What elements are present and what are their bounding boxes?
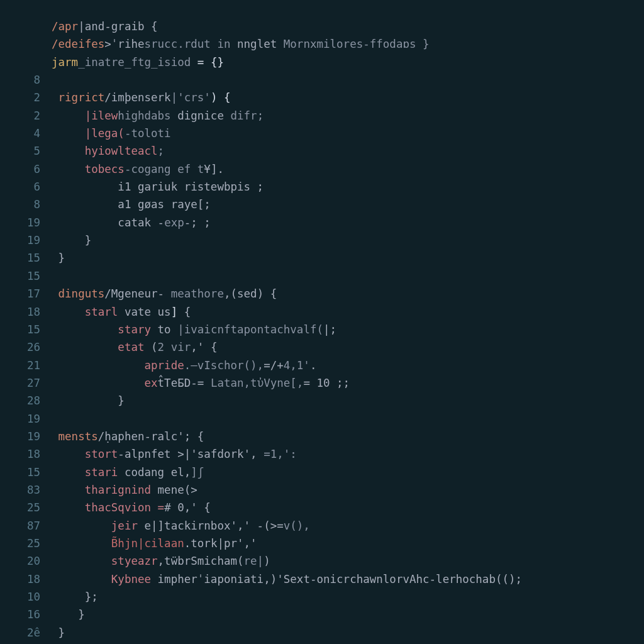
code-line[interactable]: 8 a1 gøas raye[;	[0, 196, 644, 213]
code-content[interactable]: i1 gariuk ristewbpis ;	[52, 178, 644, 196]
code-line[interactable]: 6 i1 gariuk ristewbpis ;	[0, 178, 644, 196]
code-content[interactable]: catak -exp-; ;	[52, 214, 644, 231]
code-token: {	[177, 306, 191, 318]
code-line[interactable]: 15 stary to |ivaicnftapontachvalf(|;	[0, 321, 644, 338]
code-line[interactable]: 19 mensts/ḥaphen-ralc'; {	[0, 428, 644, 445]
line-number: 19	[0, 214, 52, 231]
code-token: B̃hjn|cilaan	[111, 537, 184, 550]
code-content[interactable]: hyiowlteacl;	[52, 142, 644, 160]
code-line[interactable]: 4 |lega(-toloti	[0, 125, 644, 142]
code-line[interactable]: /apr|and-graib {	[0, 18, 644, 35]
code-content[interactable]: tharignind mene(>	[52, 481, 644, 499]
code-line[interactable]: 15 }	[0, 249, 644, 267]
code-content[interactable]: thacSqvion =# 0,' {	[52, 499, 644, 516]
code-content[interactable]: jeir e|]tackirnbox',' -(>=v(),	[52, 517, 644, 535]
code-token: starl	[52, 306, 118, 318]
code-content[interactable]: }	[52, 624, 644, 641]
code-token: ,' {	[191, 341, 217, 353]
line-number: 17	[0, 285, 52, 303]
code-content[interactable]: stari codang el,]ʃ	[52, 464, 644, 481]
code-line[interactable]: 87 jeir e|]tackirnbox',' -(>=v(),	[0, 517, 644, 535]
code-content[interactable]: styeazr,tẅbrSmicham(re|)	[52, 552, 644, 570]
code-line[interactable]: 83 tharignind mene(>	[0, 481, 644, 499]
code-line[interactable]: 2ê }	[0, 624, 644, 641]
code-content[interactable]: tobecs-cogang ef t¥].	[52, 160, 644, 178]
code-line[interactable]: 21 apride.—vIschor(),=/+4,1'.	[0, 357, 644, 374]
line-number	[0, 641, 52, 644]
code-content[interactable]: stary to |ivaicnftapontachvalf(|;	[52, 321, 644, 338]
code-token: |'crs'	[171, 91, 211, 104]
line-number: 2	[0, 89, 52, 106]
code-line[interactable]: 8	[0, 71, 644, 89]
code-line[interactable]: 6 tobecs-cogang ef t¥].	[0, 160, 644, 178]
code-token: =	[303, 377, 316, 389]
code-line[interactable]: 20 styeazr,tẅbrSmicham(re|)	[0, 552, 644, 570]
code-token: (	[145, 341, 158, 353]
code-line[interactable]: 2 rigrict/imþenserk|'crs') {	[0, 89, 644, 106]
code-token: mene(>	[151, 484, 197, 496]
line-number: 6	[0, 178, 52, 196]
code-line[interactable]: 18 stort-alpnfet >|'safdork', =1,':	[0, 445, 644, 463]
code-content[interactable]: B̃hjn|cilaan.tork|pr','	[52, 535, 644, 552]
code-token: t̂TeБD	[158, 377, 191, 389]
code-content[interactable]: jarm_inatre_ftg_isiod = {}	[52, 53, 644, 71]
code-token: ) {	[211, 91, 231, 104]
code-line[interactable]: 27 ext̂TeБD-= Latan,tὐVyne[,= 10 ;;	[0, 374, 644, 392]
code-line[interactable]: jarm_inatre_ftg_isiod = {}	[0, 53, 644, 71]
code-content[interactable]: stort-alpnfet >|'safdork', =1,':	[52, 445, 644, 463]
code-content[interactable]: }	[52, 392, 644, 409]
code-line[interactable]: 25 thacSqvion =# 0,' {	[0, 499, 644, 516]
code-line[interactable]: 15	[0, 267, 644, 285]
code-content[interactable]: starl vate us] {	[52, 303, 644, 321]
code-content[interactable]: dinguts/Mgeneur- meathore,(sed) {	[52, 285, 644, 303]
code-token: ,(sed) {	[224, 287, 277, 300]
code-content[interactable]: Kybnee impherˈiaponiati,)'Sext-onicrchaw…	[52, 570, 644, 588]
code-line[interactable]: 17 dinguts/Mgeneur- meathore,(sed) {	[0, 285, 644, 303]
code-content[interactable]: |ilewhighdabs dignice difr;	[52, 107, 644, 125]
code-content[interactable]: };	[52, 588, 644, 606]
code-line[interactable]: 15 stari codang el,]ʃ	[0, 464, 644, 481]
code-token: dignice	[177, 109, 224, 122]
code-line[interactable]: 10 };	[0, 588, 644, 606]
code-content[interactable]: /apr|and-graib {	[52, 18, 644, 35]
code-content[interactable]: rigrict/imþenserk|'crs') {	[52, 89, 644, 106]
code-content[interactable]: a1 gøas raye[;	[52, 196, 644, 213]
code-token: meathore	[171, 287, 224, 300]
code-token: |;	[323, 323, 336, 336]
line-number: 6	[0, 160, 52, 178]
code-line[interactable]: 2 |ilewhighdabs dignice difr;	[0, 107, 644, 125]
code-line[interactable]: 25 B̃hjn|cilaan.tork|pr','	[0, 535, 644, 552]
code-content[interactable]: }	[52, 231, 644, 249]
code-line[interactable]: 5 hyiowlteacl;	[0, 142, 644, 160]
code-content[interactable]: }	[52, 606, 644, 623]
code-content[interactable]: }	[52, 249, 644, 267]
code-content[interactable]: etat (2 vir,' {	[52, 338, 644, 356]
code-line[interactable]: 19 catak -exp-; ;	[0, 214, 644, 231]
code-token: -cogang ef t	[125, 163, 204, 175]
code-line[interactable]: 19	[0, 410, 644, 428]
code-line[interactable]: 26 etat (2 vir,' {	[0, 338, 644, 356]
code-line[interactable]: }	[0, 641, 644, 644]
code-content[interactable]: /edeifes>ˈrihesrucc.rdut in nnglet Mornx…	[52, 35, 644, 53]
code-line[interactable]: 16 }	[0, 606, 644, 623]
code-content[interactable]: ext̂TeБD-= Latan,tὐVyne[,= 10 ;;	[52, 374, 644, 392]
code-line[interactable]: 18 starl vate us] {	[0, 303, 644, 321]
code-editor[interactable]: /apr|and-graib { /edeifes>ˈrihesrucc.rdu…	[0, 0, 644, 644]
code-content[interactable]: mensts/ḥaphen-ralc'; {	[52, 428, 644, 445]
line-number: 8	[0, 196, 52, 213]
code-token: tharignind	[52, 484, 151, 496]
code-line[interactable]: /edeifes>ˈrihesrucc.rdut in nnglet Mornx…	[0, 35, 644, 53]
code-token: ex	[52, 377, 158, 389]
code-token: Latan,tὐVyne[,	[211, 377, 304, 389]
code-content[interactable]: apride.—vIschor(),=/+4,1'.	[52, 357, 644, 374]
code-content[interactable]: }	[52, 641, 644, 644]
line-number: 15	[0, 249, 52, 267]
code-line[interactable]: 18 Kybnee impherˈiaponiati,)'Sext-onicrc…	[0, 570, 644, 588]
line-number: 21	[0, 357, 52, 374]
code-content[interactable]: |lega(-toloti	[52, 125, 644, 142]
code-line[interactable]: 28 }	[0, 392, 644, 409]
code-token: # 0,' {	[164, 501, 211, 514]
code-line[interactable]: 19 }	[0, 231, 644, 249]
code-token: )'Sext-onicrchawnlorvAhc-lerhochab(();	[270, 573, 522, 586]
line-number: 18	[0, 445, 52, 463]
